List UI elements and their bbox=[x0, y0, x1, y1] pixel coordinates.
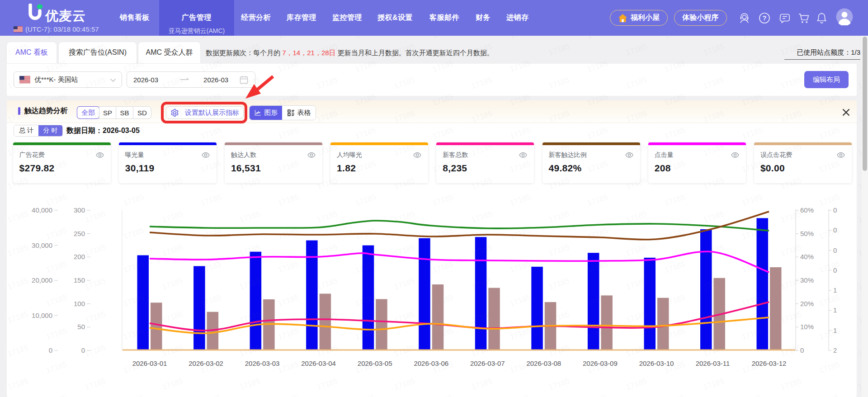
svg-text:2026-03-09: 2026-03-09 bbox=[583, 359, 618, 367]
svg-text:0: 0 bbox=[833, 246, 837, 254]
svg-text:2026-03-08: 2026-03-08 bbox=[526, 359, 561, 367]
svg-text:10,000: 10,000 bbox=[32, 312, 52, 319]
svg-text:2026-03-10: 2026-03-10 bbox=[639, 359, 674, 367]
svg-text:1: 1 bbox=[833, 306, 837, 314]
svg-text:20%: 20% bbox=[800, 300, 814, 307]
svg-text:200: 200 bbox=[74, 253, 85, 260]
svg-text:250: 250 bbox=[74, 230, 85, 237]
svg-text:0: 0 bbox=[833, 226, 837, 234]
svg-text:60%: 60% bbox=[800, 206, 814, 214]
svg-text:1: 1 bbox=[833, 326, 837, 334]
svg-text:0: 0 bbox=[833, 266, 837, 274]
svg-text:20,000: 20,000 bbox=[32, 276, 52, 284]
svg-text:2026-03-02: 2026-03-02 bbox=[189, 359, 223, 367]
svg-text:2026-03-05: 2026-03-05 bbox=[358, 359, 392, 367]
svg-text:2026-03-07: 2026-03-07 bbox=[470, 359, 505, 367]
svg-text:0: 0 bbox=[833, 206, 837, 214]
svg-text:50: 50 bbox=[77, 323, 85, 331]
svg-text:?: ? bbox=[762, 14, 766, 22]
svg-text:2026-03-11: 2026-03-11 bbox=[696, 359, 730, 367]
svg-text:30,000: 30,000 bbox=[32, 241, 52, 249]
svg-text:0: 0 bbox=[81, 346, 85, 354]
svg-text:10%: 10% bbox=[800, 323, 814, 331]
svg-text:50%: 50% bbox=[800, 230, 814, 237]
svg-text:40%: 40% bbox=[800, 253, 814, 260]
svg-text:2: 2 bbox=[833, 346, 837, 354]
svg-text:2026-03-04: 2026-03-04 bbox=[301, 359, 336, 367]
svg-text:2026-03-06: 2026-03-06 bbox=[414, 359, 448, 367]
svg-text:2026-03-12: 2026-03-12 bbox=[752, 359, 787, 367]
svg-text:30%: 30% bbox=[800, 276, 814, 284]
svg-text:100: 100 bbox=[74, 300, 85, 307]
svg-text:300: 300 bbox=[74, 206, 85, 214]
svg-text:150: 150 bbox=[74, 276, 85, 284]
svg-text:0: 0 bbox=[800, 346, 804, 354]
svg-text:2026-03-01: 2026-03-01 bbox=[132, 359, 167, 367]
svg-text:2026-03-03: 2026-03-03 bbox=[245, 359, 280, 367]
svg-text:1: 1 bbox=[833, 286, 837, 294]
svg-text:0: 0 bbox=[49, 346, 52, 354]
svg-text:40,000: 40,000 bbox=[32, 206, 52, 214]
